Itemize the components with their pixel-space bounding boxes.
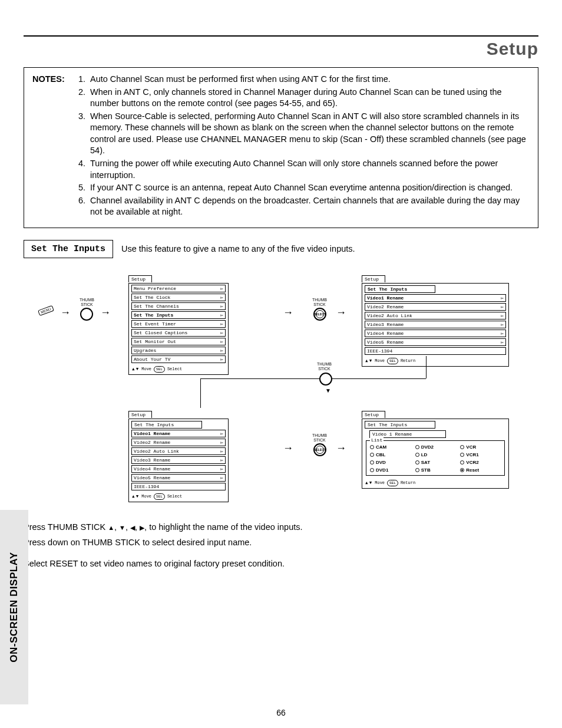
menu-item[interactable]: Menu Preference▻ — [131, 285, 226, 292]
note-item: 4.Turning the power off while executing … — [75, 158, 530, 181]
input-name-option[interactable]: STB — [415, 467, 456, 473]
menu-tab: Setup — [362, 275, 385, 282]
feature-description: Use this feature to give a name to any o… — [121, 244, 355, 253]
menu-subtab: Set The Inputs — [131, 421, 202, 429]
instructions: Press THUMB STICK ▲, ▼, ◀, ▶, to highlig… — [24, 521, 538, 570]
menu-item[interactable]: Video4 Rename▻ — [365, 330, 506, 337]
note-item: 5.If your ANT C source is an antenna, re… — [75, 182, 530, 194]
menu-item[interactable]: Video3 Rename▻ — [365, 321, 506, 328]
menu-button-icon: MENU — [38, 305, 54, 316]
menu-item[interactable]: Video2 Auto Link▻ — [131, 447, 226, 455]
menu-item[interactable]: Video2 Auto Link▻ — [365, 312, 506, 319]
arrow-right-icon: → — [336, 442, 346, 454]
notes-label: NOTES: — [32, 74, 75, 219]
menu-item[interactable]: IEEE-1394 — [365, 347, 506, 355]
select-button-icon: SELECT — [313, 443, 326, 456]
note-item: 6.Channel availability in ANT C depends … — [75, 195, 530, 218]
menu-hint: ▴▾ Move SEL Return — [362, 356, 508, 366]
section-tab: ON-SCREEN DISPLAY — [0, 510, 28, 704]
arrow-right-icon: → — [283, 442, 293, 454]
note-item: 1.Auto Channel Scan must be performed fi… — [75, 74, 530, 85]
input-name-option[interactable]: LD — [415, 452, 456, 457]
thumb-stick-label: THUMB STICK — [317, 362, 332, 371]
thumb-stick-icon — [319, 373, 332, 386]
page-title: Setup — [24, 39, 538, 59]
menu-item[interactable]: Video1 Rename▻ — [365, 294, 506, 302]
note-item: 3.When Source-Cable is selected, perform… — [75, 111, 530, 157]
menu-item[interactable]: Set Monitor Out▻ — [131, 338, 226, 345]
input-name-option[interactable]: CAM — [370, 444, 411, 450]
input-name-option[interactable]: SAT — [415, 460, 456, 465]
menu-hint: ▴▾ Move SEL Select — [129, 364, 228, 374]
menu-item[interactable]: Set The Inputs▻ — [131, 311, 226, 319]
flow-diagram: MENU THUMB STICK → → Setup Menu Preferen… — [24, 272, 538, 508]
menu-tab: Setup — [128, 275, 152, 282]
menu-subtab: Set The Inputs — [365, 421, 435, 429]
arrow-down-icon: ▼ — [325, 387, 331, 394]
menu-tab: Setup — [128, 411, 152, 418]
menu-item[interactable]: Set Closed Captions▻ — [131, 329, 226, 337]
input-name-option[interactable]: DVD2 — [415, 444, 456, 450]
thumb-stick-label: THUMB STICK — [312, 433, 327, 443]
menu-hint: ▴▾ Move SEL Select — [129, 492, 228, 502]
menu-item[interactable]: Video3 Rename▻ — [131, 456, 226, 464]
menu-item[interactable]: Video2 Rename▻ — [365, 303, 506, 311]
thumb-stick-label: THUMB STICK — [80, 298, 94, 307]
select-button-icon: SELECT — [313, 308, 326, 321]
menu-item[interactable]: Upgrades▻ — [131, 347, 226, 354]
thumb-stick-icon — [80, 308, 93, 321]
menu-item[interactable]: About Your TV▻ — [131, 355, 226, 363]
input-name-option[interactable]: DVD — [370, 460, 411, 465]
menu-item[interactable]: Set The Channels▻ — [131, 302, 226, 310]
menu-item[interactable]: Video1 Rename▻ — [131, 430, 226, 437]
input-name-option[interactable]: VCR2 — [460, 460, 501, 465]
arrow-right-icon: → — [60, 307, 71, 319]
input-name-option[interactable]: Reset — [460, 467, 501, 473]
menu-item[interactable]: IEEE-1394 — [131, 483, 226, 490]
arrow-right-icon: → — [336, 307, 346, 319]
menu-item[interactable]: Video5 Rename▻ — [131, 474, 226, 482]
menu-item[interactable]: Video2 Rename▻ — [131, 439, 226, 446]
feature-title-box: Set The Inputs — [24, 240, 113, 258]
input-name-option[interactable]: CBL — [370, 452, 411, 457]
note-item: 2.When in ANT C, only channels stored in… — [75, 87, 530, 110]
menu-item[interactable]: Set The Clock▻ — [131, 294, 226, 301]
input-name-option[interactable]: VCR1 — [460, 452, 501, 457]
arrow-right-icon: → — [283, 307, 293, 319]
menu-item[interactable]: Set Event Timer▻ — [131, 320, 226, 328]
list-label: List — [370, 437, 384, 443]
page-number: 66 — [276, 708, 286, 717]
arrow-right-icon: → — [100, 307, 111, 319]
input-name-option[interactable]: DVD1 — [370, 467, 411, 473]
input-name-option[interactable]: VCR — [460, 444, 501, 450]
menu-subtab: Set The Inputs — [365, 285, 435, 293]
menu-hint: ▴▾ Move SEL Return — [362, 478, 508, 488]
menu-item[interactable]: Video4 Rename▻ — [131, 465, 226, 473]
menu-item[interactable]: Video5 Rename▻ — [365, 338, 506, 346]
notes-box: NOTES: 1.Auto Channel Scan must be perfo… — [24, 67, 538, 228]
thumb-stick-label: THUMB STICK — [312, 298, 327, 307]
menu-tab: Setup — [362, 411, 385, 418]
